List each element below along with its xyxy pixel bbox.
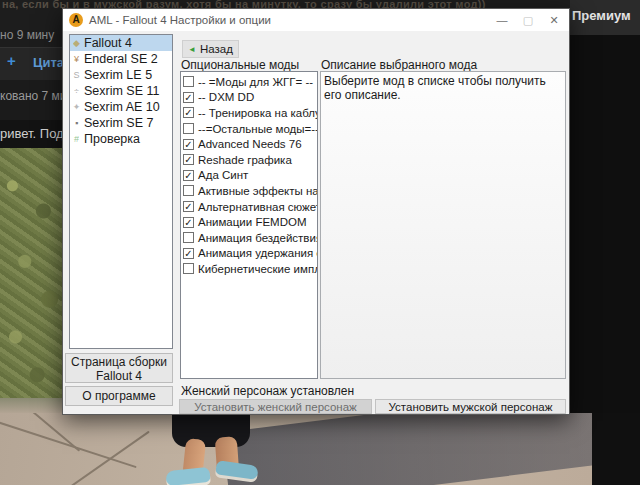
game-icon: #: [72, 131, 81, 147]
mod-item-активные-эффекты-на-hud[interactable]: Активные эффекты на HUD: [181, 183, 317, 199]
mod-item-ада-синт[interactable]: ✓Ада Синт: [181, 168, 317, 184]
back-arrow-icon: ◄: [188, 45, 196, 54]
game-label: Enderal SE 2: [84, 51, 158, 67]
status-text: Женский персонаж установлен: [181, 384, 354, 398]
maximize-button[interactable]: ▢: [519, 12, 537, 28]
back-button-label: Назад: [200, 43, 233, 55]
mod-label: Альтернативная сюжетная линия: [198, 201, 317, 213]
game-label: Sexrim AE 10: [84, 99, 160, 115]
checkbox-unchecked[interactable]: [183, 76, 194, 87]
aml-settings-window: A AML - Fallout 4 Настройки и опции — ▢ …: [62, 8, 570, 415]
sidebar-item-sexrim-se-11[interactable]: ÷Sexrim SE 11: [70, 83, 172, 99]
game-icon: ◆: [72, 35, 81, 51]
title-bar[interactable]: A AML - Fallout 4 Настройки и опции — ▢ …: [63, 9, 569, 31]
sidebar-item-sexrim-se-7[interactable]: ▪Sexrim SE 7: [70, 115, 172, 131]
back-button[interactable]: ◄ Назад: [182, 40, 239, 58]
forum-post-snippet: ривет. Под: [0, 126, 64, 141]
mod-label: --=Остальные моды=--: [198, 123, 317, 135]
game-label: Fallout 4: [84, 35, 132, 51]
sidebar-item-fallout-4[interactable]: ◆Fallout 4: [70, 35, 172, 51]
sneaker: [165, 467, 210, 485]
mod-checklist[interactable]: -- =Моды для ЖГГ= --✓-- DXM DD✓-- Тренир…: [180, 71, 318, 379]
mod-item-кибернетические-импланты-лаб[interactable]: Кибернетические импланты - лаб: [181, 261, 317, 277]
sidebar-item-sexrim-le-5[interactable]: SSexrim LE 5: [70, 67, 172, 83]
pavement-photo: [0, 413, 592, 485]
checkbox-checked[interactable]: ✓: [183, 107, 194, 118]
mod-item-моды-для-жгг[interactable]: -- =Моды для ЖГГ= --: [181, 74, 317, 90]
mod-label: Advanced Needs 76: [198, 138, 302, 150]
description-label: Описание выбранного мода: [321, 58, 477, 72]
window-title: AML - Fallout 4 Настройки и опции: [89, 14, 271, 26]
pavement-crack: [0, 420, 137, 468]
install-male-button[interactable]: Установить мужской персонаж: [375, 399, 566, 414]
game-label: Sexrim SE 7: [84, 115, 153, 131]
mod-item-dxm-dd[interactable]: ✓-- DXM DD: [181, 90, 317, 106]
mod-item-тренировка-на-каблуках[interactable]: ✓-- Тренировка на каблуках: [181, 105, 317, 121]
person-shorts: [172, 413, 250, 447]
build-page-button[interactable]: Страница сборки Fallout 4: [65, 353, 173, 383]
game-icon: ▪: [72, 115, 81, 131]
game-list[interactable]: ◆Fallout 4¥Enderal SE 2SSexrim LE 5÷Sexr…: [69, 34, 173, 349]
game-icon: ÷: [72, 83, 81, 99]
screen: на, если бы и в мужской разум, хотя бы н…: [0, 0, 640, 485]
checkbox-unchecked[interactable]: [183, 185, 194, 196]
mod-label: Анимация удержания оружия: [198, 247, 317, 259]
forum-timestamp-snippet: но 9 мину: [0, 28, 54, 42]
mod-item-альтернативная-сюжетная-линия[interactable]: ✓Альтернативная сюжетная линия: [181, 199, 317, 215]
mod-item-анимации-femdom[interactable]: ✓Анимации FEMDOM: [181, 214, 317, 230]
pavement-photo-edge: [0, 398, 62, 414]
forum-edited-snippet: ковано 7 ми: [0, 89, 67, 103]
checkbox-checked[interactable]: ✓: [183, 170, 194, 181]
sidebar-item-enderal-se-2[interactable]: ¥Enderal SE 2: [70, 51, 172, 67]
app-icon: A: [69, 13, 83, 27]
game-label: Проверка: [84, 131, 140, 147]
sidebar-item-проверка[interactable]: #Проверка: [70, 131, 172, 147]
mod-item-reshade-графика[interactable]: ✓Reshade графика: [181, 152, 317, 168]
mod-label: -- DXM DD: [198, 91, 254, 103]
grass-photo: [0, 148, 62, 400]
mod-label: -- =Моды для ЖГГ= --: [198, 76, 313, 88]
build-page-button-line1: Страница сборки: [66, 355, 172, 369]
mod-label: Анимация бездействия: [198, 232, 317, 244]
build-page-button-line2: Fallout 4: [66, 369, 172, 383]
premium-link[interactable]: Премиум: [572, 8, 631, 23]
mod-label: Кибернетические импланты - лаб: [198, 263, 317, 275]
checkbox-unchecked[interactable]: [183, 263, 194, 274]
sidebar-item-sexrim-ae-10[interactable]: ✦Sexrim AE 10: [70, 99, 172, 115]
mod-item-advanced-needs-76[interactable]: ✓Advanced Needs 76: [181, 136, 317, 152]
mod-label: Активные эффекты на HUD: [198, 185, 317, 197]
minimize-button[interactable]: —: [493, 12, 511, 28]
plus-icon[interactable]: +: [7, 52, 16, 69]
mod-label: Анимации FEMDOM: [198, 216, 306, 228]
mod-item-анимация-бездействия[interactable]: Анимация бездействия: [181, 230, 317, 246]
mod-item-анимация-удержания-оружия[interactable]: ✓Анимация удержания оружия: [181, 246, 317, 262]
checkbox-checked[interactable]: ✓: [183, 248, 194, 259]
checkbox-checked[interactable]: ✓: [183, 201, 194, 212]
checkbox-checked[interactable]: ✓: [183, 154, 194, 165]
checkbox-checked[interactable]: ✓: [183, 92, 194, 103]
mod-label: Ада Синт: [198, 169, 248, 181]
checkbox-unchecked[interactable]: [183, 232, 194, 243]
game-icon: ¥: [72, 51, 81, 67]
mod-label: -- Тренировка на каблуках: [198, 107, 317, 119]
quote-link[interactable]: Цита: [33, 55, 64, 70]
about-button[interactable]: О программе: [65, 386, 173, 406]
mod-description-box[interactable]: Выберите мод в списке чтобы получить его…: [320, 71, 566, 379]
checkbox-checked[interactable]: ✓: [183, 217, 194, 228]
game-icon: ✦: [72, 99, 81, 115]
game-label: Sexrim SE 11: [84, 83, 160, 99]
mod-label: Reshade графика: [198, 154, 292, 166]
checkbox-unchecked[interactable]: [183, 123, 194, 134]
close-button[interactable]: ✕: [545, 12, 563, 28]
game-label: Sexrim LE 5: [84, 67, 152, 83]
install-female-button[interactable]: Установить женский персонаж: [179, 399, 372, 414]
optional-mods-label: Опциональные моды: [181, 58, 299, 72]
game-icon: S: [72, 67, 81, 83]
cast-shadow: [222, 413, 592, 485]
mod-item-остальные-моды[interactable]: --=Остальные моды=--: [181, 121, 317, 137]
checkbox-checked[interactable]: ✓: [183, 139, 194, 150]
